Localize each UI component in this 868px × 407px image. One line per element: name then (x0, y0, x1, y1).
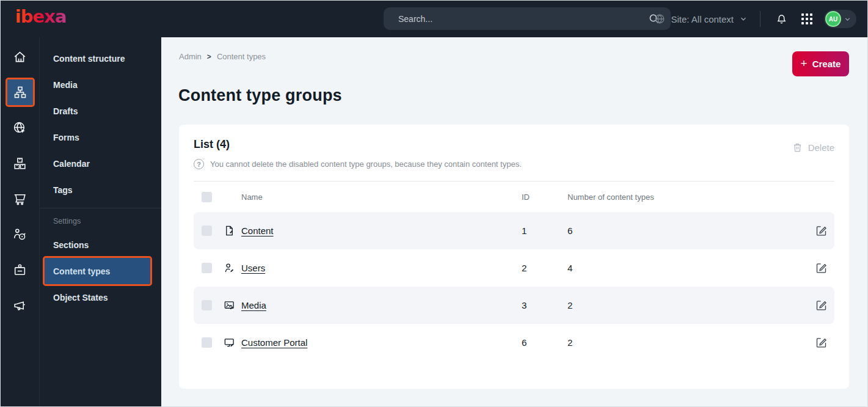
help-text: You cannot delete the disabled content t… (210, 160, 522, 169)
group-count: 2 (567, 300, 814, 310)
column-header-id: ID (522, 193, 567, 202)
megaphone-icon (12, 298, 27, 313)
plus-icon: + (801, 57, 808, 69)
group-count: 2 (567, 337, 814, 348)
create-button-label: Create (812, 59, 841, 69)
edit-icon (815, 224, 828, 237)
group-link[interactable]: Customer Portal (241, 337, 307, 348)
column-header-count: Number of content types (567, 193, 814, 202)
group-count: 4 (567, 263, 814, 273)
nav-rail-item-site[interactable] (1, 110, 40, 145)
user-edit-icon (224, 262, 241, 274)
create-button[interactable]: + Create (792, 51, 849, 76)
sidebar-item-forms[interactable]: Forms (40, 124, 161, 150)
select-all-checkbox[interactable] (202, 192, 212, 202)
content-type-groups-table: Name ID Number of content types Content … (194, 181, 834, 361)
nav-rail (1, 37, 40, 406)
group-id: 1 (522, 226, 567, 236)
list-title: List (4) (194, 138, 834, 151)
edit-button[interactable] (814, 224, 828, 238)
group-count: 6 (567, 226, 814, 236)
monitor-edit-icon (224, 337, 241, 348)
breadcrumb-admin[interactable]: Admin (179, 52, 202, 61)
group-id: 2 (522, 263, 567, 273)
sidebar-item-calendar[interactable]: Calendar (40, 150, 161, 177)
topbar-divider (760, 11, 760, 27)
search-input[interactable] (384, 14, 648, 24)
boxes-icon (12, 156, 27, 171)
breadcrumb: Admin > Content types (179, 52, 266, 61)
global-search[interactable] (384, 7, 671, 30)
image-edit-icon (224, 299, 241, 311)
edit-button[interactable] (814, 298, 828, 313)
ibexa-logo: ibexa (15, 8, 67, 26)
column-header-name: Name (241, 193, 522, 202)
site-context-label: Site: All context (671, 14, 734, 24)
nav-rail-item-product-catalog[interactable] (1, 145, 40, 181)
help-row: ? You cannot delete the disabled content… (194, 159, 834, 169)
sidebar-item-drafts[interactable]: Drafts (40, 98, 161, 124)
id-card-icon (12, 262, 27, 277)
table-row: Media 3 2 (194, 287, 834, 324)
row-checkbox[interactable] (202, 300, 212, 310)
delete-button[interactable]: Delete (792, 142, 834, 153)
sidebar-item-content-structure[interactable]: Content structure (40, 45, 161, 72)
sidebar-item-content-types[interactable]: Content types (45, 258, 150, 284)
cart-icon (12, 191, 27, 207)
chevron-down-icon (844, 15, 852, 23)
delete-button-label: Delete (808, 142, 834, 153)
table-header: Name ID Number of content types (194, 182, 834, 212)
person-target-icon (12, 227, 27, 242)
trash-icon (792, 142, 803, 153)
app-grid-icon[interactable] (798, 10, 815, 28)
sidebar-item-object-states[interactable]: Object States (40, 284, 161, 310)
nav-rail-item-admin[interactable] (1, 252, 40, 287)
edit-button[interactable] (814, 261, 828, 276)
edit-icon (815, 336, 828, 349)
home-icon (12, 50, 27, 65)
group-link[interactable]: Content (241, 226, 274, 236)
nav-rail-item-content[interactable] (1, 75, 40, 110)
sitemap-icon (13, 85, 27, 100)
edit-button[interactable] (814, 336, 828, 350)
user-menu[interactable]: AU (824, 10, 856, 28)
notifications-bell-icon[interactable] (773, 10, 790, 28)
row-checkbox[interactable] (202, 337, 212, 348)
edit-icon (815, 299, 828, 312)
group-id: 6 (522, 337, 567, 348)
sidebar-item-media[interactable]: Media (40, 72, 161, 98)
help-question-icon: ? (194, 159, 204, 169)
breadcrumb-separator: > (207, 53, 211, 61)
row-checkbox[interactable] (202, 226, 212, 236)
table-row: Content 1 6 (194, 212, 834, 249)
file-edit-icon (224, 225, 241, 237)
group-id: 3 (522, 300, 567, 310)
breadcrumb-content-types: Content types (217, 52, 266, 61)
page-title: Content type groups (178, 86, 342, 105)
sidebar-menu: Content structure Media Drafts Forms Cal… (40, 37, 161, 406)
globe-icon (654, 13, 665, 24)
site-context-selector[interactable]: Site: All context (654, 13, 748, 24)
table-row: Users 2 4 (194, 249, 834, 287)
sidebar-divider (40, 208, 161, 208)
nav-rail-item-personalization[interactable] (1, 216, 40, 252)
main-content: Admin > Content types + Create Content t… (161, 37, 867, 406)
nav-rail-item-commerce[interactable] (1, 181, 40, 216)
group-link[interactable]: Media (241, 300, 266, 310)
sidebar-settings-label: Settings (40, 215, 161, 232)
nav-rail-item-marketing[interactable] (1, 287, 40, 323)
sidebar-item-sections[interactable]: Sections (40, 232, 161, 258)
app-window: ibexa Site: All context AU (0, 0, 868, 407)
nav-rail-active-highlight (7, 79, 33, 105)
globe-cursor-icon (12, 120, 27, 136)
top-bar: ibexa Site: All context AU (1, 1, 867, 37)
table-row: Customer Portal 6 2 (194, 324, 834, 361)
row-checkbox[interactable] (202, 263, 212, 273)
sidebar-item-tags[interactable]: Tags (40, 177, 161, 203)
list-card: List (4) Delete ? You cannot delete the … (179, 125, 849, 389)
chevron-down-icon (739, 15, 748, 23)
avatar: AU (825, 11, 841, 27)
edit-icon (815, 262, 828, 274)
group-link[interactable]: Users (241, 263, 265, 273)
nav-rail-item-dashboard[interactable] (1, 39, 40, 75)
